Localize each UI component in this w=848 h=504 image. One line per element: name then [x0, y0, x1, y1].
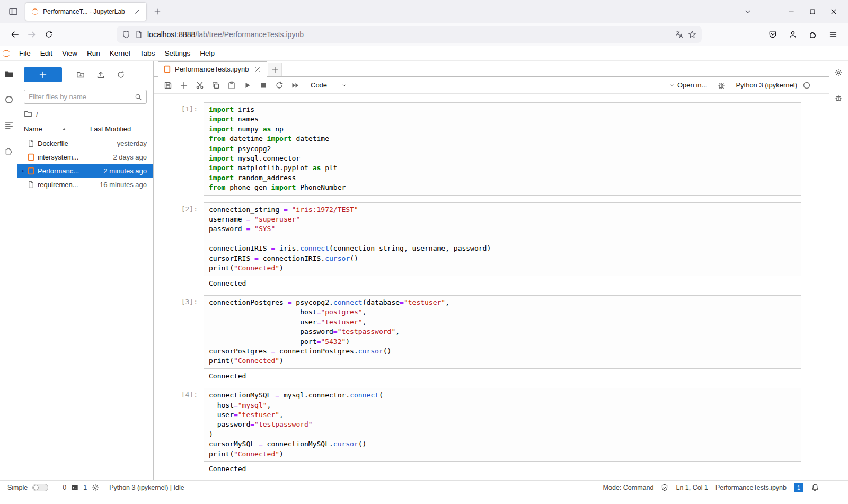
file-filter-input[interactable] — [29, 93, 135, 101]
new-tab-button[interactable] — [149, 4, 165, 20]
upload-button[interactable] — [91, 67, 111, 82]
extensions-button[interactable] — [805, 26, 822, 43]
new-folder-button[interactable] — [70, 67, 91, 82]
maximize-button[interactable] — [809, 8, 816, 15]
url-bar[interactable]: localhost:8888/lab/tree/PerformanceTests… — [117, 26, 702, 43]
bookmark-star-icon[interactable] — [688, 30, 696, 39]
cell-code-editor[interactable]: connection_string = "iris:1972/TEST"user… — [204, 202, 801, 276]
translate-icon[interactable] — [675, 30, 684, 39]
firefox-view-button[interactable] — [5, 4, 21, 20]
back-button[interactable] — [6, 26, 23, 43]
menu-edit[interactable]: Edit — [36, 46, 57, 60]
cell-output: Connected — [204, 462, 829, 474]
code-line: port="5432") — [209, 337, 796, 347]
open-in-dropdown[interactable]: Open in... — [669, 81, 707, 89]
refresh-button[interactable] — [111, 67, 131, 82]
site-info-icon[interactable] — [135, 30, 143, 39]
scissors-icon — [196, 81, 204, 90]
jlab-menu-items: FileEditViewRunKernelTabsSettingsHelp — [14, 46, 219, 60]
menu-help[interactable]: Help — [195, 46, 219, 60]
menu-file[interactable]: File — [14, 46, 36, 60]
add-tab-button[interactable] — [268, 63, 282, 76]
file-modified: 2 days ago — [113, 153, 147, 161]
insert-cell-button[interactable] — [176, 78, 192, 92]
restart-run-all-button[interactable] — [287, 78, 303, 92]
cell-type-dropdown[interactable]: Code — [311, 81, 347, 89]
sidebar-tab-debugger[interactable] — [834, 94, 843, 102]
status-bar-right: Mode: Command Ln 1, Col 1 PerformanceTes… — [603, 483, 841, 492]
cell-list: [1]:import irisimport namesimport numpy … — [154, 94, 829, 480]
sidebar-tab-property-inspector[interactable] — [834, 68, 843, 77]
sort-by-name-header[interactable]: Name — [24, 125, 90, 133]
save-button[interactable] — [160, 78, 176, 92]
sidebar-tab-extensions[interactable] — [4, 146, 14, 155]
file-browser-toolbar — [17, 67, 153, 82]
pocket-button[interactable] — [764, 26, 781, 43]
jupyter-favicon-icon — [31, 7, 39, 16]
cell-code-editor[interactable]: import irisimport namesimport numpy as n… — [204, 102, 801, 196]
simple-mode-label: Simple — [7, 484, 28, 491]
open-file-indicator: ● — [20, 169, 26, 173]
notebook-cell[interactable]: [3]:connectionPostgres = psycopg2.connec… — [154, 295, 829, 381]
interrupt-kernel-button[interactable] — [255, 78, 271, 92]
new-launcher-button[interactable] — [24, 67, 62, 82]
cell-code-editor[interactable]: connectionPostgres = psycopg2.connect(da… — [204, 295, 801, 369]
file-row[interactable]: ●Performanc...2 minutes ago — [17, 164, 153, 178]
file-row[interactable]: requiremen...16 minutes ago — [17, 178, 153, 191]
terminal-count[interactable]: 0 — [63, 484, 66, 491]
notebook-cell[interactable]: [4]:connectionMySQL = mysql.connector.co… — [154, 388, 829, 474]
cell-output: Connected — [204, 276, 829, 288]
minimize-button[interactable] — [788, 8, 795, 15]
close-window-button[interactable] — [830, 8, 837, 15]
debugger-button[interactable] — [713, 78, 729, 92]
code-line: ) — [209, 430, 796, 439]
notebook-cell[interactable]: [1]:import irisimport namesimport numpy … — [154, 102, 829, 196]
copy-cell-button[interactable] — [208, 78, 224, 92]
menu-tabs[interactable]: Tabs — [135, 46, 160, 60]
menu-settings[interactable]: Settings — [160, 46, 195, 60]
breadcrumb[interactable]: / — [17, 104, 153, 122]
tracking-protection-shield-icon[interactable] — [122, 30, 130, 39]
forward-button[interactable] — [23, 26, 40, 43]
browser-tab[interactable]: PerformanceT... - JupyterLab — [25, 3, 146, 21]
kernel-name-button[interactable]: Python 3 (ipykernel) — [736, 81, 797, 89]
reload-button[interactable] — [40, 26, 57, 43]
tab-overflow-button[interactable] — [740, 4, 756, 20]
kernel-status-text[interactable]: Python 3 (ipykernel) | Idle — [109, 484, 184, 491]
run-cell-button[interactable] — [240, 78, 255, 92]
kernel-count[interactable]: 1 — [83, 484, 87, 491]
cursor-position[interactable]: Ln 1, Col 1 — [676, 484, 708, 491]
code-line: cursorPostgres = connectionPostgres.curs… — [209, 347, 796, 356]
simple-mode-toggle[interactable] — [32, 484, 48, 491]
cell-execution-count: [1]: — [154, 102, 204, 196]
window-footer-gap — [0, 494, 848, 504]
status-bar: Simple 0 1 Python 3 (ipykernel) | Idle M… — [0, 480, 848, 494]
restart-kernel-button[interactable] — [271, 78, 287, 92]
notification-badge: 1 — [794, 483, 803, 492]
back-arrow-icon — [10, 30, 20, 39]
bell-icon[interactable] — [811, 483, 819, 492]
menu-button[interactable] — [825, 26, 842, 43]
sort-by-modified-header[interactable]: Last Modified — [90, 125, 147, 133]
account-button[interactable] — [784, 26, 801, 43]
cell-code-editor[interactable]: connectionMySQL = mysql.connector.connec… — [204, 388, 801, 462]
trusted-shield-icon — [661, 484, 668, 491]
sidebar-tab-table-of-contents[interactable] — [4, 120, 14, 130]
notebook-tab[interactable]: PerformanceTests.ipynb — [158, 61, 267, 77]
notebook-file-icon — [26, 167, 36, 175]
menu-kernel[interactable]: Kernel — [105, 46, 135, 60]
code-line: import random_address — [209, 173, 796, 183]
cut-cell-button[interactable] — [192, 78, 208, 92]
maximize-icon — [809, 8, 816, 15]
menu-view[interactable]: View — [57, 46, 82, 60]
notebook-tab-close-button[interactable] — [252, 64, 263, 75]
sidebar-tab-running-sessions[interactable] — [4, 95, 14, 104]
file-row[interactable]: intersystem...2 days ago — [17, 150, 153, 164]
notebook-cell[interactable]: [2]:connection_string = "iris:1972/TEST"… — [154, 202, 829, 288]
menu-run[interactable]: Run — [82, 46, 105, 60]
tab-close-button[interactable] — [131, 6, 143, 17]
file-row[interactable]: Dockerfileyesterday — [17, 136, 153, 150]
sidebar-tab-file-browser[interactable] — [4, 69, 14, 79]
paste-cell-button[interactable] — [224, 78, 240, 92]
breadcrumb-root[interactable]: / — [36, 110, 38, 118]
